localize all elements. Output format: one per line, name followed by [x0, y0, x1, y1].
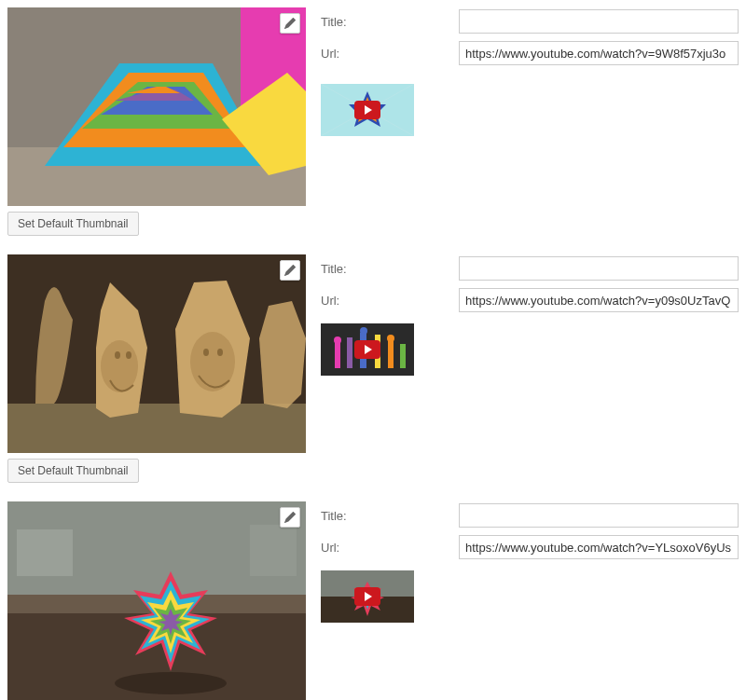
pencil-icon — [284, 18, 296, 29]
svg-point-22 — [203, 349, 209, 356]
title-field-row: Title: — [321, 256, 739, 281]
svg-point-32 — [360, 327, 367, 335]
svg-rect-38 — [250, 525, 297, 576]
media-item-row: Set Default Thumbnail Title: Url: — [7, 7, 739, 236]
url-input[interactable] — [459, 535, 739, 559]
fields-column: Title: Url: — [321, 7, 739, 136]
media-item-row: Title: Url: — [7, 501, 739, 700]
svg-point-20 — [115, 351, 120, 359]
title-input[interactable] — [459, 256, 739, 281]
url-field-row: Url: — [321, 288, 739, 312]
pencil-icon — [284, 512, 296, 523]
title-label: Title: — [321, 509, 451, 523]
svg-rect-30 — [400, 344, 406, 368]
video-preview-thumbnail[interactable] — [321, 570, 414, 623]
title-label: Title: — [321, 15, 451, 29]
svg-point-33 — [387, 335, 394, 342]
url-label: Url: — [321, 541, 451, 555]
url-label: Url: — [321, 47, 451, 61]
svg-point-23 — [217, 349, 223, 356]
svg-point-31 — [334, 336, 341, 344]
title-input[interactable] — [459, 9, 739, 34]
svg-rect-17 — [7, 404, 306, 453]
url-field-row: Url: — [321, 41, 739, 65]
video-preview-thumbnail[interactable] — [321, 323, 414, 376]
svg-rect-25 — [335, 342, 340, 368]
svg-point-21 — [126, 351, 131, 359]
fields-column: Title: Url: — [321, 254, 739, 376]
play-icon — [354, 587, 380, 606]
edit-thumbnail-button[interactable] — [280, 507, 300, 528]
thumbnail-column — [7, 501, 306, 700]
svg-rect-37 — [17, 529, 73, 576]
title-label: Title: — [321, 262, 451, 276]
url-input[interactable] — [459, 41, 739, 65]
svg-point-44 — [115, 672, 227, 694]
set-default-thumbnail-button[interactable]: Set Default Thumbnail — [7, 212, 139, 236]
url-field-row: Url: — [321, 535, 739, 559]
title-input[interactable] — [459, 503, 739, 528]
thumbnail-column: Set Default Thumbnail — [7, 254, 306, 483]
edit-thumbnail-button[interactable] — [280, 13, 300, 34]
svg-rect-26 — [347, 337, 352, 368]
set-default-thumbnail-button[interactable]: Set Default Thumbnail — [7, 459, 139, 483]
main-thumbnail — [7, 254, 306, 453]
url-label: Url: — [321, 294, 451, 308]
play-icon — [354, 340, 380, 359]
svg-rect-29 — [388, 340, 394, 368]
url-input[interactable] — [459, 288, 739, 312]
fields-column: Title: Url: — [321, 501, 739, 623]
edit-thumbnail-button[interactable] — [280, 260, 300, 281]
video-preview-thumbnail[interactable] — [321, 84, 414, 136]
thumbnail-column: Set Default Thumbnail — [7, 7, 306, 236]
main-thumbnail — [7, 501, 306, 700]
media-item-row: Set Default Thumbnail Title: Url: — [7, 254, 739, 483]
title-field-row: Title: — [321, 503, 739, 528]
play-icon — [354, 101, 380, 119]
main-thumbnail — [7, 7, 306, 206]
title-field-row: Title: — [321, 9, 739, 34]
pencil-icon — [284, 265, 296, 276]
